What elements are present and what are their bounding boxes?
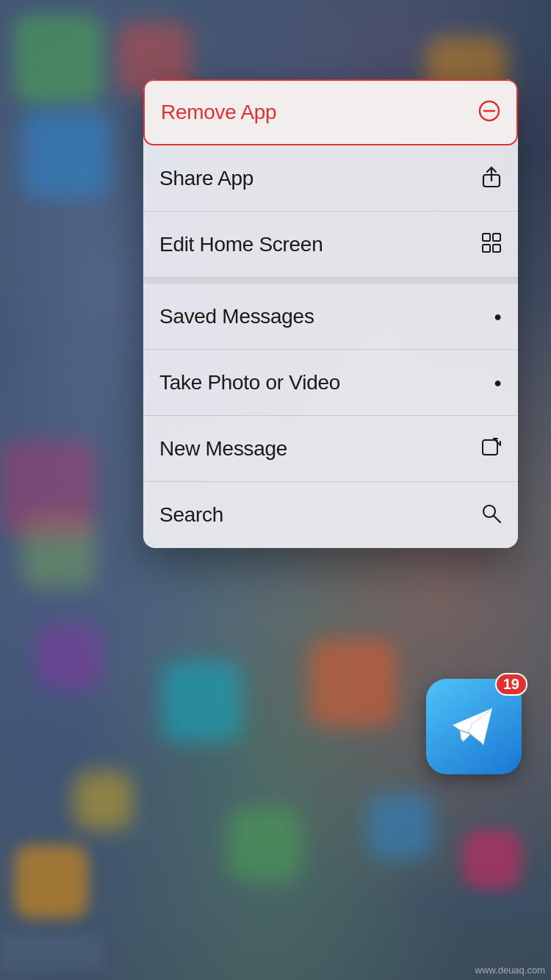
telegram-app-icon-wrapper[interactable]: 19 [426,679,522,774]
context-menu: Remove App Share App Edit Home Screen [143,79,518,548]
take-photo-item[interactable]: Take Photo or Video ● [143,350,518,416]
new-message-label: New Message [159,437,287,461]
compose-icon [481,437,502,461]
remove-app-item[interactable]: Remove App [143,79,518,145]
svg-rect-6 [483,245,490,252]
camera-icon: ● [494,376,502,389]
share-app-item[interactable]: Share App [143,145,518,212]
svg-line-13 [494,516,500,522]
minus-circle-icon [478,100,500,126]
svg-rect-4 [483,234,490,241]
saved-messages-icon: ● [494,310,502,323]
saved-messages-item[interactable]: Saved Messages ● [143,284,518,350]
take-photo-label: Take Photo or Video [159,371,340,394]
telegram-notification-badge: 19 [495,673,527,696]
edit-home-screen-label: Edit Home Screen [159,233,323,256]
svg-rect-5 [493,234,500,241]
saved-messages-label: Saved Messages [159,305,314,328]
share-app-label: Share App [159,167,253,190]
new-message-item[interactable]: New Message [143,416,518,482]
remove-app-label: Remove App [161,101,276,124]
edit-home-screen-item[interactable]: Edit Home Screen [143,212,518,278]
menu-divider [143,278,518,284]
svg-rect-8 [483,440,497,455]
svg-rect-7 [493,245,500,252]
search-icon [481,503,502,527]
edit-home-icon [481,232,502,257]
search-item[interactable]: Search [143,482,518,548]
share-icon [481,166,502,191]
watermark: www.deuaq.com [475,965,545,976]
search-label: Search [159,503,223,527]
